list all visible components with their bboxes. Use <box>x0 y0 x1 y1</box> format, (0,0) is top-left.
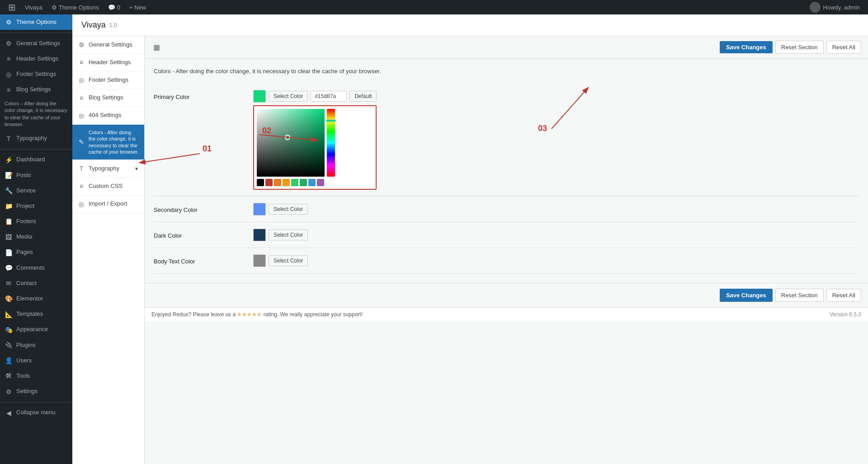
project-icon: 📁 <box>5 202 13 210</box>
swatch-orange[interactable] <box>274 179 281 186</box>
info-text: Colors - After doing the color change, i… <box>154 68 859 75</box>
body-text-color-swatch[interactable] <box>253 254 266 267</box>
secondary-select-color-button[interactable]: Select Color <box>269 204 308 215</box>
options-toolbar: ▦ Save Changes Reset Section Reset All <box>145 36 868 59</box>
theme-sidebar-general-label: General Settings <box>89 41 139 49</box>
adminbar-site-name[interactable]: Vivaya <box>20 0 47 14</box>
theme-sidebar-404[interactable]: ◎ 404 Settings <box>72 107 144 125</box>
adminbar-wp-logo[interactable]: ⊞ <box>4 0 20 14</box>
sidebar-item-plugins[interactable]: 🔌 Plugins <box>0 337 72 353</box>
reset-section-button-top[interactable]: Reset Section <box>775 41 824 54</box>
header-settings-icon: ≡ <box>5 55 13 63</box>
swatch-blue[interactable] <box>308 179 316 186</box>
footers-icon: 📋 <box>5 217 13 225</box>
sidebar-item-header[interactable]: ≡ Header Settings <box>0 51 72 66</box>
sidebar-item-dashboard[interactable]: ⚡ Dashboard <box>0 152 72 168</box>
general-ts-icon: ⚙ <box>78 41 85 49</box>
sidebar-item-project[interactable]: 📁 Project <box>0 198 72 214</box>
color-gradient-area[interactable] <box>257 109 325 177</box>
theme-sidebar-header[interactable]: ≡ Header Settings <box>72 54 144 71</box>
theme-title: Vivaya <box>81 20 106 30</box>
grid-icon[interactable]: ▦ <box>151 41 162 53</box>
hue-slider[interactable] <box>327 109 335 177</box>
sidebar-item-theme-options[interactable]: ⚙ Theme Options <box>0 14 72 30</box>
howdy-text: Howdy, admin <box>823 4 860 11</box>
primary-color-swatch[interactable] <box>253 90 266 103</box>
adminbar-theme-options[interactable]: ⚙ Theme Options <box>47 0 104 14</box>
sidebar-item-media[interactable]: 🖼 Media <box>0 230 72 245</box>
sidebar-item-pages[interactable]: 📄 Pages <box>0 245 72 260</box>
sidebar-templates-label: Templates <box>16 310 43 318</box>
sidebar-item-footers[interactable]: 📋 Footers <box>0 214 72 229</box>
sidebar-item-elementor[interactable]: 🎨 Elementor <box>0 291 72 306</box>
reset-all-button-bottom[interactable]: Reset All <box>826 289 861 302</box>
theme-sidebar-general[interactable]: ⚙ General Settings <box>72 36 144 54</box>
reset-all-button-top[interactable]: Reset All <box>826 41 861 54</box>
posts-icon: 📝 <box>5 171 13 179</box>
import-export-ts-icon: ◎ <box>78 200 85 208</box>
sidebar-item-footer[interactable]: ◎ Footer Settings <box>0 67 72 82</box>
swatch-yellow[interactable] <box>283 179 290 186</box>
sidebar-item-posts[interactable]: 📝 Posts <box>0 168 72 183</box>
dark-color-swatch[interactable] <box>253 229 266 241</box>
templates-icon: 📐 <box>5 310 13 319</box>
theme-sidebar-typography-label: Typography <box>89 165 131 173</box>
sidebar-pages-label: Pages <box>16 248 33 256</box>
swatch-green[interactable] <box>291 179 298 186</box>
theme-sidebar-colors-label: Colors - After doing the color change, i… <box>89 129 139 155</box>
sidebar-item-contact[interactable]: ✉ Contact <box>0 276 72 291</box>
secondary-color-swatch[interactable] <box>253 203 266 216</box>
sidebar-item-appearance[interactable]: 🎭 Appearance <box>0 322 72 337</box>
site-name-label: Vivaya <box>25 4 42 11</box>
footer-rating-link[interactable]: ★★★★★ <box>237 311 263 318</box>
sidebar-item-general[interactable]: ⚙ General Settings <box>0 36 72 51</box>
sidebar-item-tools[interactable]: 🛠 Tools <box>0 368 72 384</box>
primary-select-color-button[interactable]: Select Color <box>269 91 308 102</box>
save-changes-button-bottom[interactable]: Save Changes <box>720 289 773 302</box>
secondary-color-picker-wrap: Select Color <box>253 203 308 216</box>
reset-section-button-bottom[interactable]: Reset Section <box>775 289 824 302</box>
sidebar-item-templates[interactable]: 📐 Templates <box>0 307 72 322</box>
body-text-select-color-button[interactable]: Select Color <box>269 255 308 266</box>
sidebar-theme-options-label: Theme Options <box>16 19 57 26</box>
sidebar-item-users[interactable]: 👤 Users <box>0 353 72 368</box>
adminbar-new[interactable]: + New <box>125 0 151 14</box>
sidebar-typography-label: Typography <box>16 135 47 142</box>
sidebar-item-typography[interactable]: T Typography <box>0 131 72 146</box>
typography-arrow-icon: ▼ <box>134 166 139 172</box>
sidebar-service-label: Service <box>16 187 36 195</box>
dark-color-row: Dark Color Select Color <box>154 222 859 248</box>
sidebar-posts-label: Posts <box>16 172 31 179</box>
theme-sidebar-footer[interactable]: ◎ Footer Settings <box>72 71 144 89</box>
pages-icon: 📄 <box>5 248 13 257</box>
sidebar-item-blog[interactable]: ≡ Blog Settings <box>0 82 72 98</box>
theme-sidebar-import-export[interactable]: ◎ Import / Export <box>72 196 144 213</box>
swatch-dark-green[interactable] <box>300 179 307 186</box>
swatch-black[interactable] <box>257 179 264 186</box>
dark-select-color-button[interactable]: Select Color <box>269 230 308 240</box>
theme-sidebar-typography[interactable]: T Typography ▼ <box>72 160 144 178</box>
primary-color-label: Primary Color <box>154 90 244 100</box>
theme-sidebar-blog-label: Blog Settings <box>89 94 139 102</box>
theme-sidebar-colors[interactable]: ✎ Colors - After doing the color change,… <box>72 125 144 160</box>
swatch-purple[interactable] <box>317 179 324 186</box>
sidebar-tools-label: Tools <box>16 372 30 380</box>
theme-sidebar-blog[interactable]: ≡ Blog Settings <box>72 89 144 107</box>
sidebar-item-comments[interactable]: 💬 Comments <box>0 260 72 276</box>
sidebar-item-service[interactable]: 🔧 Service <box>0 183 72 198</box>
swatch-red[interactable] <box>265 179 273 186</box>
theme-version: 1.0 <box>109 22 117 28</box>
primary-hex-input[interactable] <box>311 91 347 102</box>
plugins-icon: 🔌 <box>5 341 13 349</box>
theme-sidebar-custom-css[interactable]: ≡ Custom CSS <box>72 178 144 195</box>
sidebar-media-label: Media <box>16 233 32 241</box>
howdy-avatar <box>810 2 821 13</box>
typography-ts-icon: T <box>78 164 85 173</box>
sidebar-item-settings[interactable]: ⚙ Settings <box>0 384 72 399</box>
save-changes-button-top[interactable]: Save Changes <box>720 41 773 53</box>
header-ts-icon: ≡ <box>78 58 85 66</box>
collapse-menu-button[interactable]: ◀ Collapse menu <box>0 405 72 421</box>
sidebar-blog-label: Blog Settings <box>16 86 51 94</box>
primary-default-button[interactable]: Default <box>349 91 377 102</box>
adminbar-comments[interactable]: 💬 0 <box>104 0 125 14</box>
